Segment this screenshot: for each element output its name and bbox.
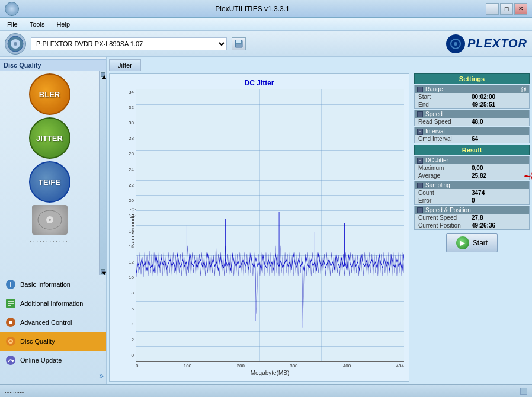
speed-header[interactable]: − Speed bbox=[415, 110, 529, 118]
speed-collapse-btn[interactable]: − bbox=[417, 111, 423, 117]
range-at: @ bbox=[521, 86, 527, 92]
nav-additional-info-label: Additional Information bbox=[20, 300, 83, 307]
jitter-tab[interactable]: Jitter bbox=[109, 59, 141, 71]
sampling-error-row: Error 0 bbox=[415, 197, 529, 204]
start-button[interactable]: ▶ Start bbox=[446, 233, 498, 252]
tefe-label: TE/FE bbox=[39, 178, 60, 187]
dc-jitter-label: DC Jitter bbox=[425, 157, 448, 164]
drive-icon bbox=[5, 33, 26, 55]
range-header[interactable]: − Range @ bbox=[415, 85, 529, 93]
expand-arrow[interactable]: » bbox=[99, 371, 104, 380]
dc-jitter-collapse-btn[interactable]: − bbox=[417, 158, 423, 164]
bler-disc[interactable]: BLER bbox=[29, 73, 70, 115]
scroll-up-arrow[interactable]: ▲ bbox=[101, 72, 105, 77]
nav-online-update[interactable]: Online Update bbox=[0, 351, 106, 370]
y-axis-label: Nanosecond(ns) bbox=[130, 208, 136, 247]
cmd-interval-value: 64 bbox=[472, 136, 525, 142]
nav-disc-quality-label: Disc Quality bbox=[20, 338, 55, 345]
tefe-disc[interactable]: TE/FE bbox=[29, 161, 70, 203]
nav-basic-info-label: Basic Information bbox=[20, 281, 70, 288]
close-button[interactable]: ✕ bbox=[514, 3, 527, 15]
chart-body bbox=[136, 89, 404, 362]
maximize-button[interactable]: ◻ bbox=[500, 3, 513, 15]
sidebar-scrollbar[interactable]: ▲ ▼ bbox=[99, 71, 106, 275]
speed-section: − Speed Read Speed 48,0 bbox=[414, 110, 530, 126]
menu-bar: File Tools Help bbox=[0, 18, 532, 31]
dc-jitter-avg-value: 25,82 bbox=[472, 172, 525, 179]
drive-save-button[interactable] bbox=[232, 37, 246, 50]
generic-disc[interactable] bbox=[32, 205, 68, 235]
range-collapse-btn[interactable]: − bbox=[417, 87, 423, 92]
jitter-disc-item[interactable]: JITTER bbox=[2, 117, 97, 159]
range-start-row: Start 00:02:00 bbox=[415, 93, 529, 101]
speed-position-section: − Speed & Position Current Speed 27,8 Cu… bbox=[414, 206, 530, 230]
sampling-error-label: Error bbox=[418, 197, 472, 204]
nav-advanced-control-label: Advanced Control bbox=[20, 319, 72, 326]
dc-jitter-header[interactable]: − DC Jitter bbox=[415, 156, 529, 164]
status-grip bbox=[520, 388, 527, 395]
nav-additional-info[interactable]: Additional Information bbox=[0, 294, 106, 313]
status-dots: ............ bbox=[5, 388, 24, 394]
range-section: − Range @ Start 00:02:00 End 49:25:51 bbox=[414, 85, 530, 109]
current-speed-row: Current Speed 27,8 bbox=[415, 214, 529, 222]
window-controls: — ◻ ✕ bbox=[486, 3, 527, 15]
x-axis: 0 100 200 300 400 434 bbox=[136, 362, 404, 369]
current-position-label: Current Position bbox=[418, 222, 472, 229]
svg-rect-5 bbox=[236, 44, 242, 47]
sampling-header[interactable]: − Sampling bbox=[415, 181, 529, 189]
minimize-button[interactable]: — bbox=[486, 3, 499, 15]
nav-disc-quality[interactable]: Disc Quality bbox=[0, 332, 106, 351]
nav-advanced-control[interactable]: Advanced Control bbox=[0, 313, 106, 332]
sampling-section: − Sampling Count 3474 Error 0 bbox=[414, 181, 530, 205]
svg-text:i: i bbox=[10, 281, 12, 288]
svg-point-21 bbox=[9, 340, 12, 342]
range-start-label: Start bbox=[418, 94, 472, 100]
drive-bar: P:PLEXTOR DVDR PX-L890SA 1.07 P:PLEXTOR … bbox=[0, 31, 532, 57]
jitter-signal bbox=[136, 89, 404, 361]
svg-point-2 bbox=[14, 42, 17, 46]
range-end-value: 49:25:51 bbox=[472, 101, 525, 108]
disc-icon bbox=[5, 335, 17, 347]
right-panel: Settings − Range @ Start 00:02:00 End 49… bbox=[414, 73, 530, 382]
drive-select[interactable]: P:PLEXTOR DVDR PX-L890SA 1.07 bbox=[31, 37, 227, 50]
main-area: Disc Quality BLER JITTER bbox=[0, 57, 532, 384]
bler-label: BLER bbox=[39, 90, 60, 99]
settings-header: Settings bbox=[414, 73, 530, 84]
plextor-logo-icon bbox=[446, 34, 465, 53]
speed-position-label: Speed & Position bbox=[425, 207, 471, 213]
bler-disc-item[interactable]: BLER bbox=[2, 73, 97, 115]
current-speed-label: Current Speed bbox=[418, 214, 472, 221]
svg-point-18 bbox=[9, 321, 12, 324]
sampling-count-row: Count 3474 bbox=[415, 189, 529, 197]
read-speed-value: 48,0 bbox=[472, 119, 525, 125]
interval-header[interactable]: − Interval bbox=[415, 127, 529, 135]
jitter-label: JITTER bbox=[36, 134, 63, 143]
speed-label: Speed bbox=[425, 111, 443, 117]
menu-help[interactable]: Help bbox=[52, 20, 75, 29]
range-label: Range bbox=[425, 86, 443, 92]
scroll-dots: ............ bbox=[2, 237, 97, 243]
expand-section[interactable]: » bbox=[0, 370, 106, 382]
interval-section: − Interval Cmd Interval 64 bbox=[414, 127, 530, 143]
app-icon bbox=[5, 2, 19, 16]
start-btn-container: ▶ Start bbox=[414, 230, 530, 256]
start-icon: ▶ bbox=[456, 236, 469, 249]
menu-tools[interactable]: Tools bbox=[25, 20, 50, 29]
result-overlay: ~8,78% bbox=[524, 169, 532, 183]
sampling-collapse-btn[interactable]: − bbox=[417, 183, 423, 188]
scroll-down-arrow[interactable]: ▼ bbox=[101, 269, 105, 274]
jitter-disc[interactable]: JITTER bbox=[29, 117, 70, 159]
menu-file[interactable]: File bbox=[2, 20, 23, 29]
start-label: Start bbox=[473, 239, 488, 247]
tefe-disc-item[interactable]: TE/FE bbox=[2, 161, 97, 203]
speed-position-header[interactable]: − Speed & Position bbox=[415, 206, 529, 214]
nav-basic-info[interactable]: i Basic Information bbox=[0, 275, 106, 294]
generic-disc-item[interactable] bbox=[2, 205, 97, 235]
interval-collapse-btn[interactable]: − bbox=[417, 129, 423, 135]
svg-point-10 bbox=[49, 219, 51, 221]
speed-position-collapse-btn[interactable]: − bbox=[417, 207, 423, 213]
list-icon bbox=[5, 297, 17, 309]
disc-items-wrapper: BLER JITTER TE/FE bbox=[0, 71, 99, 275]
current-position-row: Current Position 49:26:36 bbox=[415, 222, 529, 229]
gear-icon bbox=[5, 316, 17, 328]
